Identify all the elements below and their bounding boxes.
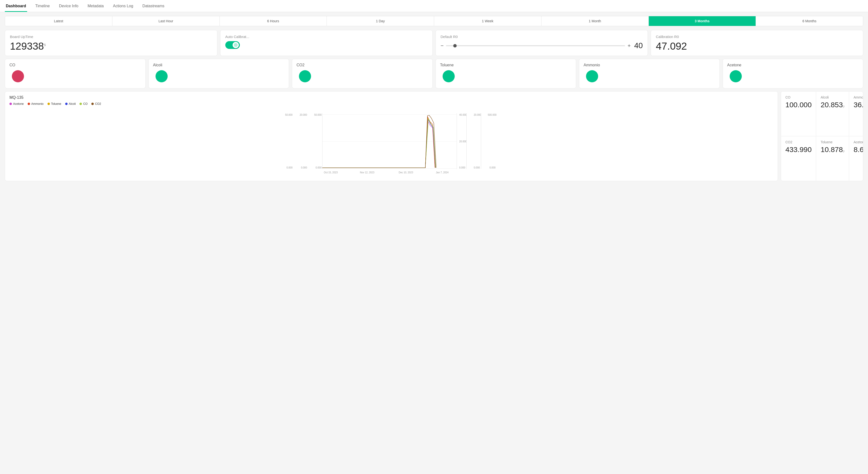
svg-text:500.000: 500.000 xyxy=(488,113,497,116)
stat-acetone-label: Acetone xyxy=(854,140,863,144)
time-latest[interactable]: Latest xyxy=(5,16,113,26)
time-3months[interactable]: 3 Months xyxy=(649,16,756,26)
sensor-acetone: Acetone xyxy=(723,59,863,88)
legend-ammonio-dot xyxy=(28,103,30,105)
stat-toluene-label: Toluene xyxy=(820,140,844,144)
time-1month[interactable]: 1 Month xyxy=(541,16,649,26)
sensor-co2-dot xyxy=(299,70,311,82)
time-1week[interactable]: 1 Week xyxy=(434,16,541,26)
sensor-co: CO xyxy=(5,59,146,88)
svg-text:Oct 15, 2023: Oct 15, 2023 xyxy=(324,171,338,174)
mq135-chart-widget: MQ-135 Acetone Ammonio Toluene Alcoli xyxy=(5,91,778,181)
navigation: Dashboard Timeline Device Info Metadata … xyxy=(0,0,868,12)
auto-calibration-widget: Auto Calibrat... xyxy=(220,30,433,56)
time-6hours[interactable]: 6 Hours xyxy=(220,16,327,26)
nav-datastreams[interactable]: Datastreams xyxy=(142,0,165,12)
slider-minus-button[interactable]: − xyxy=(441,43,444,49)
svg-text:0.000: 0.000 xyxy=(286,166,292,169)
legend-alcoli-dot xyxy=(65,103,68,105)
legend-co-label: CO xyxy=(83,102,88,106)
legend-co: CO xyxy=(80,102,88,106)
auto-calibration-toggle[interactable] xyxy=(225,41,240,49)
stat-co2-label: CO2 xyxy=(785,140,811,144)
svg-text:0.000: 0.000 xyxy=(474,166,480,169)
sensor-toluene: Toluene xyxy=(436,59,576,88)
legend-acetone-dot xyxy=(9,103,12,105)
stat-alcoli-unit: p xyxy=(843,104,844,108)
svg-text:50.000: 50.000 xyxy=(314,113,322,116)
svg-text:Jan 7, 2024: Jan 7, 2024 xyxy=(436,171,448,174)
toggle-knob xyxy=(232,42,239,48)
stat-acetone: Acetone 8.657ppr xyxy=(849,136,863,181)
svg-text:0.000: 0.000 xyxy=(459,166,465,169)
legend-toluene: Toluene xyxy=(48,102,61,106)
stat-ammonio: Ammo... 36.909p xyxy=(849,92,863,136)
board-uptime-value: 129338s xyxy=(10,41,212,51)
sensor-alcoli-label: Alcoli xyxy=(153,63,285,67)
nav-device-info[interactable]: Device Info xyxy=(58,0,79,12)
slider-plus-button[interactable]: + xyxy=(627,43,630,49)
board-uptime-widget: Board UpTime 129338s xyxy=(5,30,217,56)
nav-dashboard[interactable]: Dashboard xyxy=(5,0,27,12)
time-1day[interactable]: 1 Day xyxy=(327,16,434,26)
stat-co2: CO2 433.990 xyxy=(781,136,816,181)
sensor-ammonio: Ammonio xyxy=(579,59,720,88)
legend-acetone: Acetone xyxy=(9,102,24,106)
chart-title: MQ-135 xyxy=(9,95,773,100)
stat-alcoli-value: 20.853p xyxy=(820,101,844,108)
stat-co2-value: 433.990 xyxy=(785,146,811,153)
stat-toluene: Toluene 10.878p xyxy=(816,136,849,181)
chart-legend: Acetone Ammonio Toluene Alcoli CO xyxy=(9,102,773,106)
legend-co2: CO2 xyxy=(91,102,101,106)
legend-ammonio: Ammonio xyxy=(28,102,43,106)
sensor-co2-label: CO2 xyxy=(297,63,428,67)
legend-co2-label: CO2 xyxy=(95,102,101,106)
nav-timeline[interactable]: Timeline xyxy=(34,0,51,12)
sensor-ammonio-label: Ammonio xyxy=(584,63,715,67)
sensor-toluene-dot xyxy=(443,70,455,82)
svg-text:0.000: 0.000 xyxy=(490,166,496,169)
toggle-knob-inner xyxy=(234,43,238,47)
sensor-status-row: CO Alcoli CO2 Toluene Ammonio Acetone xyxy=(5,59,863,88)
calibration-r0-title: Calibration R0 xyxy=(656,35,858,39)
legend-acetone-label: Acetone xyxy=(13,102,24,106)
sensor-co-label: CO xyxy=(9,63,141,67)
stat-alcoli-label: Alcoli xyxy=(820,95,844,99)
calibration-r0-value: 47.092 xyxy=(656,41,858,51)
stat-ammonio-value: 36.909p xyxy=(854,101,863,108)
svg-text:50.000: 50.000 xyxy=(285,113,292,116)
stat-toluene-value: 10.878p xyxy=(820,146,844,153)
chart-svg: 50.000 0.000 20.000 0.000 50.000 0.000 4… xyxy=(9,108,773,176)
stat-acetone-value: 8.657ppr xyxy=(854,146,863,153)
auto-calibration-toggle-container xyxy=(225,41,428,49)
top-widget-row: Board UpTime 129338s Auto Calibrat... De… xyxy=(5,30,863,56)
sensor-alcoli: Alcoli xyxy=(149,59,289,88)
stat-toluene-unit: p xyxy=(843,149,844,153)
default-r0-title: Default R0 xyxy=(441,35,643,39)
legend-alcoli-label: Alcoli xyxy=(69,102,76,106)
board-uptime-title: Board UpTime xyxy=(10,35,212,39)
time-6months[interactable]: 6 Months xyxy=(756,16,863,26)
nav-metadata[interactable]: Metadata xyxy=(87,0,105,12)
svg-text:40.000: 40.000 xyxy=(459,113,467,116)
stat-co: CO 100.000 xyxy=(781,92,816,136)
sensor-alcoli-dot xyxy=(156,70,168,82)
sensor-co-dot xyxy=(12,70,24,82)
sensor-ammonio-dot xyxy=(586,70,598,82)
slider-track[interactable] xyxy=(446,45,625,46)
stat-ammonio-label: Ammo... xyxy=(854,95,863,99)
default-r0-value: 40 xyxy=(633,41,643,50)
default-r0-widget: Default R0 − + 40 xyxy=(436,30,648,56)
time-last-hour[interactable]: Last Hour xyxy=(113,16,220,26)
chart-svg-container: 50.000 0.000 20.000 0.000 50.000 0.000 4… xyxy=(9,108,773,177)
bottom-row: MQ-135 Acetone Ammonio Toluene Alcoli xyxy=(5,91,863,181)
stat-alcoli: Alcoli 20.853p xyxy=(816,92,849,136)
legend-co2-dot xyxy=(91,103,94,105)
nav-actions-log[interactable]: Actions Log xyxy=(112,0,134,12)
stat-co-label: CO xyxy=(785,95,811,99)
legend-toluene-dot xyxy=(48,103,50,105)
stats-grid: CO 100.000 Alcoli 20.853p Ammo... 36.909… xyxy=(781,91,863,181)
legend-ammonio-label: Ammonio xyxy=(31,102,43,106)
sensor-acetone-label: Acetone xyxy=(727,63,859,67)
svg-text:0.000: 0.000 xyxy=(315,166,321,169)
